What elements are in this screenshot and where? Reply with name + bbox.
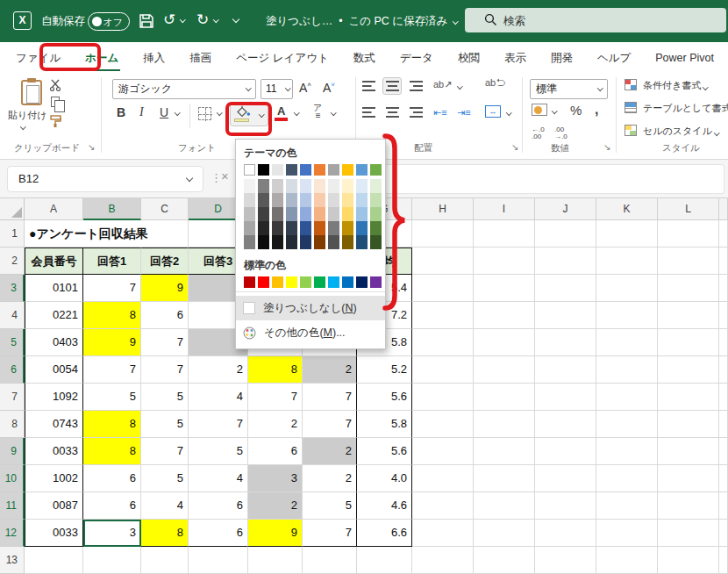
color-swatch[interactable] [258,193,269,207]
color-swatch[interactable] [356,221,368,235]
accounting-dropdown-icon[interactable] [552,108,557,113]
color-swatch[interactable] [342,276,353,288]
color-swatch[interactable] [272,276,283,288]
cell-H6[interactable] [412,356,474,384]
color-swatch[interactable] [342,164,353,176]
cell-J12[interactable] [535,520,596,547]
cell-B10[interactable]: 6 [83,465,141,492]
cell-E11[interactable]: 2 [248,492,303,520]
cell-A11[interactable]: 0087 [25,492,83,520]
cell-F13[interactable] [303,547,357,574]
increase-indent-icon[interactable]: ⇥≡ [457,107,471,118]
color-swatch[interactable] [258,179,269,193]
color-swatch[interactable] [314,276,325,288]
color-swatch[interactable] [244,207,255,221]
save-icon[interactable] [139,13,154,29]
color-swatch[interactable] [244,235,255,249]
cell-H3[interactable] [412,275,474,302]
color-swatch[interactable] [356,193,368,207]
comma-style-icon[interactable]: , [595,102,598,118]
col-header-J[interactable]: J [535,198,596,220]
cell-I1[interactable] [474,220,535,248]
cell-E12[interactable]: 9 [248,520,303,547]
percent-style-icon[interactable]: % [570,103,582,118]
redo-dropdown-icon[interactable] [213,17,218,22]
align-middle-icon[interactable] [386,81,399,91]
color-swatch[interactable] [356,179,368,193]
orientation-icon[interactable]: ab↗ [433,79,452,90]
cell-C5[interactable]: 7 [141,329,189,356]
col-header-B[interactable]: B [83,198,141,220]
cell-I6[interactable] [474,356,535,384]
cell-L13[interactable] [658,547,719,574]
cell-I4[interactable] [474,302,535,329]
increase-decimal-icon[interactable]: ←.0.00 [532,126,545,140]
tab-1[interactable]: ファイル [4,42,73,74]
color-swatch[interactable] [272,235,283,249]
cell-K7[interactable] [596,384,658,411]
font-name-select[interactable]: 游ゴシック [112,79,256,99]
color-swatch[interactable] [300,207,311,221]
fill-color-dropdown-icon[interactable] [259,111,264,117]
color-swatch[interactable] [272,164,283,176]
cell-A8[interactable]: 0743 [25,411,83,438]
col-header-K[interactable]: K [596,198,658,220]
cell-L7[interactable] [658,384,719,411]
color-swatch[interactable] [272,207,283,221]
color-swatch[interactable] [342,207,353,221]
color-swatch[interactable] [244,179,255,193]
row-header-13[interactable]: 13 [0,547,25,574]
color-swatch[interactable] [328,276,339,288]
cell-H1[interactable] [412,220,474,248]
cell-D13[interactable] [189,547,248,574]
decrease-decimal-icon[interactable]: .00→.0 [554,126,567,140]
color-swatch[interactable] [370,164,382,176]
cell-B8[interactable]: 8 [83,411,141,438]
cell-L11[interactable] [658,492,719,520]
merge-dropdown-icon[interactable] [506,110,511,115]
cell-G10[interactable]: 4.0 [357,465,412,492]
row-header-11[interactable]: 11 [0,492,25,520]
col-header-H[interactable]: H [412,198,474,220]
color-swatch[interactable] [300,193,311,207]
cell-F12[interactable]: 7 [303,520,357,547]
cell-G6[interactable]: 5.2 [357,356,412,384]
tab-9[interactable]: 表示 [492,42,539,74]
cell-B13[interactable] [83,547,141,574]
cell-B11[interactable]: 6 [83,492,141,520]
tab-5[interactable]: ページ レイアウト [224,42,341,74]
align-bottom-icon[interactable] [410,81,423,91]
cell-B2[interactable]: 回答1 [83,248,141,275]
color-swatch[interactable] [272,179,283,193]
document-title[interactable]: 塗りつぶし… • この PC に保存済み [266,14,458,29]
row-header-4[interactable]: 4 [0,302,25,329]
color-swatch[interactable] [244,221,255,235]
color-swatch[interactable] [314,235,325,249]
cell-A12[interactable]: 0033 [25,520,83,547]
color-swatch[interactable] [328,235,339,249]
color-swatch[interactable] [258,276,269,288]
color-swatch[interactable] [272,193,283,207]
cell-E9[interactable]: 6 [248,438,303,465]
color-swatch[interactable] [370,276,382,288]
conditional-formatting-button[interactable]: 条件付き書式 [625,79,708,92]
color-swatch[interactable] [286,164,297,176]
color-swatch[interactable] [342,193,353,207]
cell-C6[interactable]: 7 [141,356,189,384]
col-header-L[interactable]: L [658,198,719,220]
color-swatch[interactable] [244,276,255,288]
borders-icon[interactable] [198,107,211,120]
cell-G8[interactable]: 5.8 [357,411,412,438]
color-swatch[interactable] [258,235,269,249]
cell-D12[interactable]: 6 [189,520,248,547]
color-swatch[interactable] [314,164,325,176]
row-header-2[interactable]: 2 [0,248,25,275]
cell-F10[interactable]: 2 [303,465,357,492]
bold-button[interactable]: B [117,105,125,119]
tab-7[interactable]: データ [388,42,446,74]
no-fill-menu-item[interactable]: 塗りつぶしなし(N) [236,296,385,320]
color-swatch[interactable] [370,207,382,221]
row-header-7[interactable]: 7 [0,384,25,411]
color-swatch[interactable] [356,276,368,288]
cell-D10[interactable]: 4 [189,465,248,492]
